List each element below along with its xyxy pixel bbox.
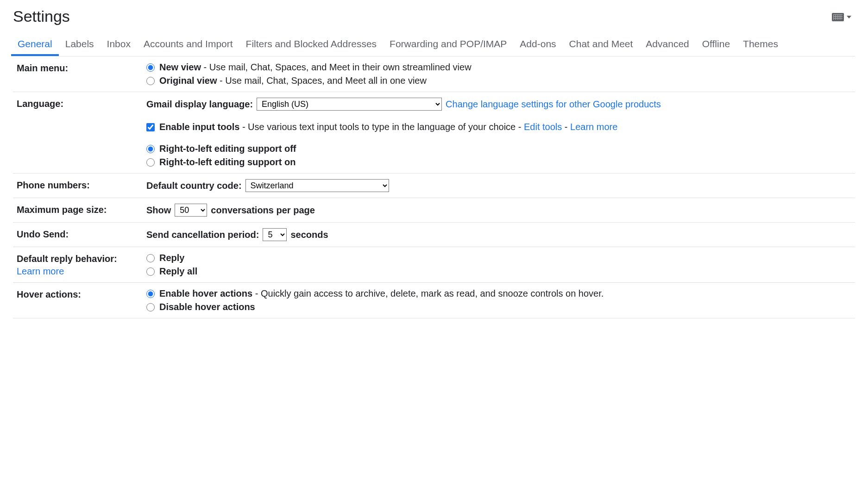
main-menu-new-view-radio[interactable] [146, 63, 155, 72]
section-page-size: Maximum page size: Show 50 conversations… [13, 198, 855, 223]
tab-forwarding-pop-imap[interactable]: Forwarding and POP/IMAP [383, 34, 513, 56]
phone-numbers-label: Phone numbers: [17, 179, 146, 192]
tab-addons[interactable]: Add-ons [513, 34, 562, 56]
reply-all-radio[interactable] [146, 267, 155, 276]
default-country-code-label: Default country code: [146, 180, 242, 191]
section-language: Language: Gmail display language: Englis… [13, 92, 855, 174]
rtl-off-radio[interactable] [146, 145, 155, 153]
page-size-select[interactable]: 50 [175, 204, 207, 217]
enable-hover-desc: - Quickly gain access to archive, delete… [252, 288, 604, 298]
section-phone-numbers: Phone numbers: Default country code: Swi… [13, 174, 855, 198]
main-menu-label: Main menu: [17, 62, 146, 86]
original-view-label: Original view [159, 75, 217, 86]
rtl-off-label: Right-to-left editing support off [159, 143, 296, 154]
tab-accounts-import[interactable]: Accounts and Import [137, 34, 239, 56]
tab-filters-blocked[interactable]: Filters and Blocked Addresses [239, 34, 383, 56]
rtl-on-label: Right-to-left editing support on [159, 157, 296, 168]
reply-behavior-learn-more-link[interactable]: Learn more [17, 266, 64, 277]
display-language-label: Gmail display language: [146, 99, 253, 110]
disable-hover-radio[interactable] [146, 303, 155, 311]
section-undo-send: Undo Send: Send cancellation period: 5 s… [13, 223, 855, 247]
new-view-label: New view [159, 62, 201, 72]
enable-hover-label: Enable hover actions [159, 288, 252, 298]
keyboard-icon [832, 13, 844, 21]
hover-actions-label: Hover actions: [17, 288, 146, 312]
cancellation-period-label: Send cancellation period: [146, 230, 259, 240]
tab-themes[interactable]: Themes [736, 34, 785, 56]
disable-hover-label: Disable hover actions [159, 302, 255, 312]
tab-chat-meet[interactable]: Chat and Meet [563, 34, 640, 56]
input-tools-learn-more-link[interactable]: Learn more [570, 122, 617, 132]
reply-behavior-label: Default reply behavior: [17, 254, 117, 264]
change-language-link[interactable]: Change language settings for other Googl… [446, 99, 661, 110]
tab-inbox[interactable]: Inbox [101, 34, 137, 56]
country-code-select[interactable]: Switzerland [245, 179, 389, 192]
tab-offline[interactable]: Offline [696, 34, 736, 56]
chevron-down-icon [847, 16, 851, 19]
conversations-per-page-label: conversations per page [211, 205, 315, 216]
edit-tools-link[interactable]: Edit tools [524, 122, 562, 132]
page-title: Settings [13, 7, 70, 25]
enable-input-tools-label: Enable input tools [159, 122, 239, 132]
reply-label: Reply [159, 253, 184, 263]
original-view-desc: - Use mail, Chat, Spaces, and Meet all i… [217, 75, 426, 86]
main-menu-original-view-radio[interactable] [146, 77, 155, 85]
enable-input-tools-checkbox[interactable] [146, 123, 155, 131]
section-main-menu: Main menu: New view - Use mail, Chat, Sp… [13, 56, 855, 92]
tab-labels[interactable]: Labels [59, 34, 101, 56]
undo-send-select[interactable]: 5 [263, 228, 287, 241]
new-view-desc: - Use mail, Chat, Spaces, and Meet in th… [201, 62, 472, 72]
reply-all-label: Reply all [159, 266, 197, 277]
tab-general[interactable]: General [11, 34, 59, 56]
settings-tabs: General Labels Inbox Accounts and Import… [11, 34, 855, 56]
rtl-on-radio[interactable] [146, 158, 155, 167]
section-reply-behavior: Default reply behavior: Learn more Reply… [13, 247, 855, 283]
undo-send-label: Undo Send: [17, 228, 146, 241]
input-tools-dropdown[interactable] [832, 7, 855, 21]
page-size-label: Maximum page size: [17, 204, 146, 217]
dash: - [562, 122, 570, 132]
section-hover-actions: Hover actions: Enable hover actions - Qu… [13, 283, 855, 318]
enable-hover-radio[interactable] [146, 290, 155, 298]
reply-radio[interactable] [146, 254, 155, 262]
enable-input-tools-desc: - Use various text input tools to type i… [239, 122, 524, 132]
tab-advanced[interactable]: Advanced [639, 34, 695, 56]
show-label: Show [146, 205, 171, 216]
seconds-label: seconds [290, 230, 328, 240]
language-label: Language: [17, 98, 146, 168]
display-language-select[interactable]: English (US) [257, 98, 442, 111]
